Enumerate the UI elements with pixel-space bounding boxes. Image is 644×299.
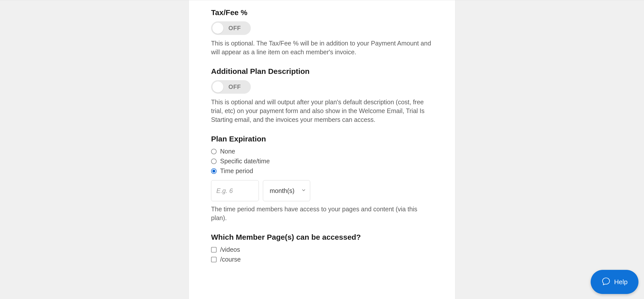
time-period-unit-select[interactable]: month(s) — [263, 180, 310, 201]
additional-description-toggle[interactable]: OFF — [211, 80, 251, 94]
page-container: Tax/Fee % OFF This is optional. The Tax/… — [0, 0, 644, 299]
help-label: Help — [614, 278, 627, 286]
plan-expiration-section: Plan Expiration None Specific date/time … — [211, 135, 433, 222]
time-period-inputs: month(s) — [211, 180, 433, 201]
radio-dot-icon — [212, 170, 215, 173]
time-period-number-input[interactable] — [211, 180, 259, 201]
radio-circle-icon — [211, 159, 217, 164]
checkbox-box-icon — [211, 247, 217, 253]
tax-fee-toggle[interactable]: OFF — [211, 21, 251, 35]
radio-circle-icon — [211, 149, 217, 154]
time-period-unit-select-wrapper: month(s) — [263, 180, 310, 201]
radio-specific-date[interactable]: Specific date/time — [211, 158, 433, 165]
checkbox-course-label: /course — [220, 256, 241, 263]
toggle-label: OFF — [228, 83, 241, 90]
radio-none[interactable]: None — [211, 148, 433, 155]
checkbox-videos-label: /videos — [220, 246, 240, 253]
radio-circle-selected-icon — [211, 168, 217, 174]
toggle-knob — [212, 23, 223, 34]
chat-bubble-icon — [601, 277, 611, 287]
toggle-knob — [212, 81, 223, 92]
member-pages-section: Which Member Page(s) can be accessed? /v… — [211, 233, 433, 263]
tax-fee-section: Tax/Fee % OFF This is optional. The Tax/… — [211, 8, 433, 57]
checkbox-videos[interactable]: /videos — [211, 246, 433, 253]
checkbox-box-icon — [211, 257, 217, 262]
expiration-radio-group: None Specific date/time Time period — [211, 148, 433, 175]
plan-expiration-title: Plan Expiration — [211, 135, 433, 143]
additional-description-text: This is optional and will output after y… — [211, 98, 433, 124]
additional-description-title: Additional Plan Description — [211, 67, 433, 76]
tax-fee-title: Tax/Fee % — [211, 8, 433, 17]
member-pages-checkbox-group: /videos /course — [211, 246, 433, 263]
radio-time-period[interactable]: Time period — [211, 167, 433, 175]
help-button[interactable]: Help — [591, 270, 638, 294]
member-pages-title: Which Member Page(s) can be accessed? — [211, 233, 433, 241]
radio-time-period-label: Time period — [220, 167, 253, 175]
tax-fee-description: This is optional. The Tax/Fee % will be … — [211, 39, 433, 57]
time-period-description: The time period members have access to y… — [211, 205, 433, 222]
toggle-label: OFF — [228, 25, 241, 32]
radio-specific-label: Specific date/time — [220, 158, 270, 165]
settings-panel: Tax/Fee % OFF This is optional. The Tax/… — [189, 0, 455, 299]
additional-description-section: Additional Plan Description OFF This is … — [211, 67, 433, 124]
checkbox-course[interactable]: /course — [211, 256, 433, 263]
radio-none-label: None — [220, 148, 235, 155]
